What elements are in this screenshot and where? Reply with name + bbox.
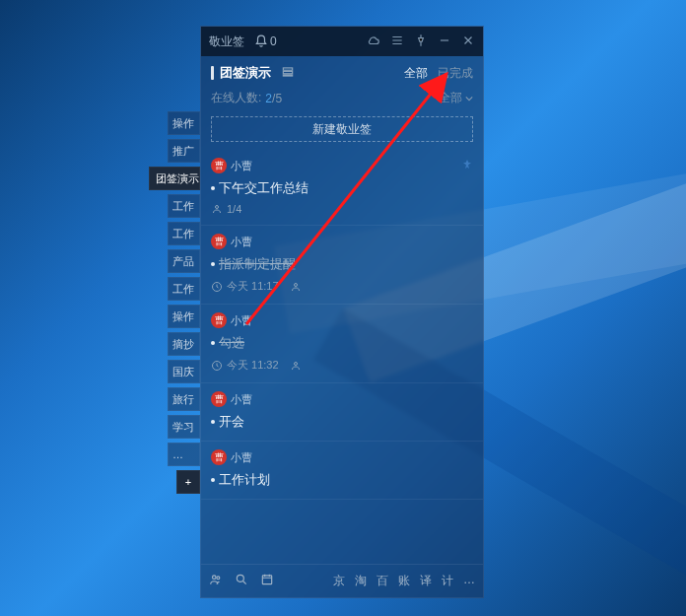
- online-filter[interactable]: 全部: [439, 90, 473, 106]
- note-item[interactable]: 曹小曹开会: [201, 383, 483, 442]
- header: 团签演示 全部 已完成: [201, 56, 483, 90]
- note-author: 曹小曹: [211, 449, 473, 465]
- svg-rect-0: [283, 67, 292, 69]
- side-tab[interactable]: 团签演示: [149, 167, 200, 190]
- svg-point-3: [216, 206, 219, 209]
- footer-links: 京淘百账译计…: [333, 573, 475, 589]
- svg-point-9: [217, 577, 220, 580]
- footer-link[interactable]: …: [463, 573, 475, 589]
- calendar-icon[interactable]: [260, 573, 274, 589]
- app-window: 敬业签 0 团签演示: [200, 26, 484, 598]
- svg-point-5: [294, 283, 297, 286]
- footer-link[interactable]: 账: [398, 573, 410, 589]
- avatar: 曹: [211, 449, 227, 465]
- notes-list: 曹小曹下午交工作总结1/4曹小曹指派制定提醒今天 11:17 曹小曹勾选今天 1…: [201, 150, 483, 564]
- bell-icon: [254, 34, 268, 48]
- svg-rect-1: [283, 71, 292, 73]
- note-author: 曹小曹: [211, 391, 473, 407]
- svg-rect-11: [262, 576, 271, 584]
- search-icon[interactable]: [235, 573, 248, 589]
- header-accent: [211, 66, 214, 80]
- side-tab[interactable]: 工作: [168, 222, 200, 245]
- svg-point-10: [237, 575, 243, 582]
- note-author: 曹小曹: [211, 158, 473, 173]
- bell-count: 0: [270, 34, 277, 48]
- close-icon[interactable]: [461, 34, 475, 50]
- filter-done[interactable]: 已完成: [438, 65, 473, 82]
- menu-icon[interactable]: [390, 34, 404, 50]
- note-content: 勾选: [211, 334, 473, 352]
- note-item[interactable]: 曹小曹工作计划: [201, 442, 483, 500]
- side-tab[interactable]: 推广: [168, 139, 200, 163]
- svg-rect-2: [283, 74, 292, 75]
- cloud-icon[interactable]: [367, 34, 380, 50]
- note-item[interactable]: 曹小曹下午交工作总结1/4: [201, 150, 483, 226]
- filter-all[interactable]: 全部: [404, 65, 428, 82]
- chevron-down-icon: [465, 95, 473, 103]
- note-meta: 今天 11:17: [211, 279, 473, 294]
- contacts-icon[interactable]: [209, 573, 223, 589]
- side-tab[interactable]: 国庆: [168, 360, 200, 383]
- svg-point-7: [294, 362, 297, 365]
- note-item[interactable]: 曹小曹勾选今天 11:32: [201, 305, 483, 383]
- list-view-icon[interactable]: [281, 65, 295, 82]
- side-tab[interactable]: 工作: [168, 194, 200, 218]
- pin-icon[interactable]: [461, 159, 473, 173]
- avatar: 曹: [211, 391, 227, 407]
- footer-link[interactable]: 译: [420, 573, 432, 589]
- avatar: 曹: [211, 312, 227, 328]
- notifications[interactable]: 0: [254, 34, 277, 48]
- minimize-icon[interactable]: [438, 34, 451, 50]
- online-current: 2: [265, 92, 272, 105]
- avatar: 曹: [211, 234, 227, 249]
- new-note-button[interactable]: 新建敬业签: [211, 116, 473, 142]
- online-total: 5: [275, 92, 282, 105]
- svg-point-8: [213, 576, 217, 580]
- side-tab[interactable]: 旅行: [168, 387, 200, 411]
- side-tab[interactable]: 学习: [168, 415, 200, 439]
- note-content: 工作计划: [211, 471, 473, 489]
- note-item[interactable]: 曹小曹指派制定提醒今天 11:17: [201, 226, 483, 305]
- online-row: 在线人数: 2 / 5 全部: [201, 90, 483, 112]
- footer-link[interactable]: 百: [377, 573, 388, 589]
- side-tab[interactable]: 产品: [168, 249, 200, 273]
- pin-icon[interactable]: [414, 34, 428, 50]
- app-name: 敬业签: [209, 34, 244, 50]
- side-tabs: 操作推广团签演示工作工作产品工作操作摘抄国庆旅行学习…+: [168, 111, 200, 494]
- side-tab[interactable]: 操作: [168, 305, 200, 328]
- footer: 京淘百账译计…: [201, 564, 483, 597]
- titlebar: 敬业签 0: [201, 27, 483, 56]
- footer-link[interactable]: 京: [333, 573, 345, 589]
- note-meta: 1/4: [211, 203, 473, 215]
- note-content: 下午交工作总结: [211, 179, 473, 197]
- filter-tabs: 全部 已完成: [404, 65, 473, 82]
- side-tab[interactable]: 摘抄: [168, 332, 200, 356]
- note-content: 指派制定提醒: [211, 255, 473, 273]
- note-author: 曹小曹: [211, 234, 473, 249]
- note-content: 开会: [211, 413, 473, 431]
- footer-link[interactable]: 计: [442, 573, 453, 589]
- online-label: 在线人数:: [211, 90, 261, 106]
- avatar: 曹: [211, 158, 227, 173]
- side-tab[interactable]: 工作: [168, 277, 200, 301]
- side-tab[interactable]: 操作: [168, 111, 200, 135]
- group-title: 团签演示: [220, 64, 271, 82]
- add-tab-button[interactable]: +: [176, 470, 200, 494]
- side-tab[interactable]: …: [168, 443, 200, 466]
- note-meta: 今天 11:32: [211, 358, 473, 373]
- note-author: 曹小曹: [211, 312, 473, 328]
- footer-link[interactable]: 淘: [355, 573, 367, 589]
